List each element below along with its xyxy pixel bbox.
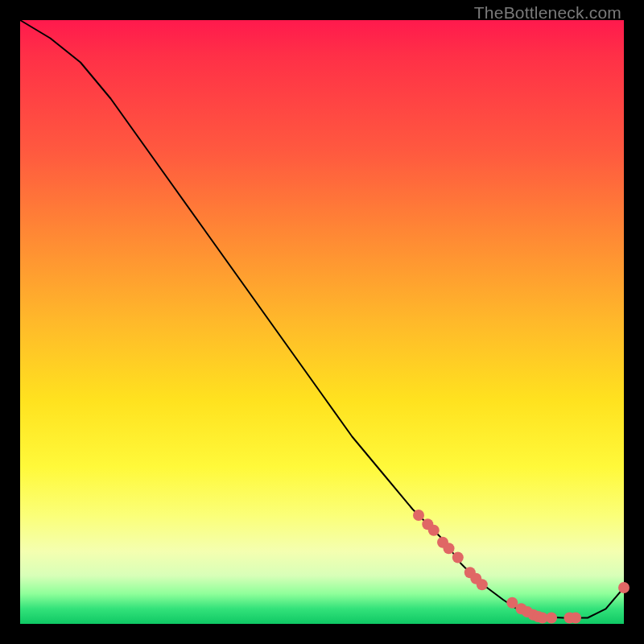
bottleneck-curve <box>20 20 624 618</box>
chart-svg <box>20 20 624 624</box>
data-point <box>477 579 488 590</box>
data-point <box>444 543 455 554</box>
plot-area <box>20 20 624 624</box>
data-point <box>452 552 464 564</box>
chart-stage: TheBottleneck.com <box>0 0 644 644</box>
data-point <box>618 582 630 593</box>
data-point <box>428 525 440 536</box>
data-point <box>570 613 581 624</box>
data-point <box>413 510 424 521</box>
marker-group <box>413 510 630 624</box>
data-point <box>546 613 557 624</box>
